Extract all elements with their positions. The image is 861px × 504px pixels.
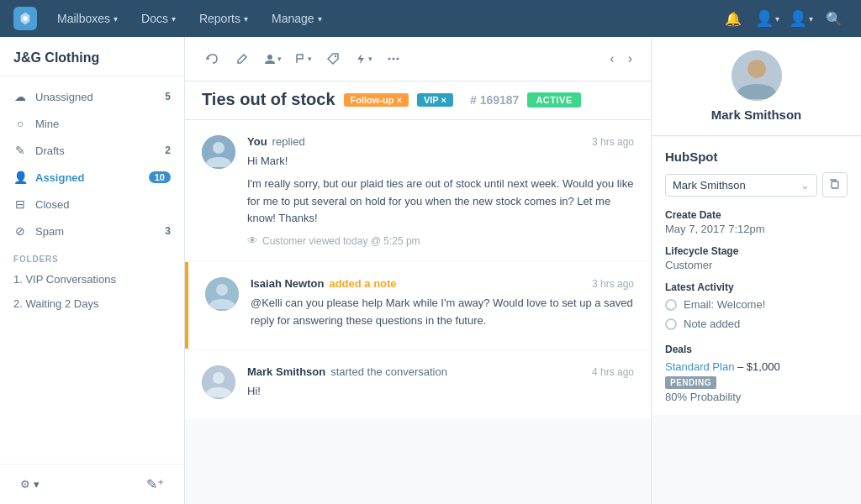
svg-point-8 xyxy=(213,142,224,154)
edit-button[interactable] xyxy=(229,45,256,72)
sidebar-nav: ☁ Unassigned 5 ○ Mine ✎ Drafts 2 👤 Assig… xyxy=(0,76,184,464)
chevron-down-icon: ▾ xyxy=(244,14,248,24)
svg-marker-3 xyxy=(357,54,364,64)
chevron-down-icon: ▾ xyxy=(114,14,118,24)
message-action: added a note xyxy=(329,277,396,290)
message-item-note: Isaiah Newton added a note 3 hrs ago @Ke… xyxy=(185,262,651,349)
sidebar-item-closed[interactable]: ⊟ Closed xyxy=(0,191,184,218)
message-header: You replied 3 hrs ago xyxy=(247,135,634,148)
avatar xyxy=(205,277,239,311)
message-content: Mark Smithson started the conversation 4… xyxy=(247,365,634,406)
sidebar-footer: ⚙ ▾ ✎⁺ xyxy=(0,464,184,504)
followup-tag[interactable]: Follow-up × xyxy=(344,93,409,107)
sidebar-item-drafts[interactable]: ✎ Drafts 2 xyxy=(0,137,184,164)
eye-icon: 👁 xyxy=(247,234,258,247)
vip-tag[interactable]: VIP × xyxy=(417,93,453,107)
deal-status-badge: PENDING xyxy=(665,376,716,389)
message-header: Mark Smithson started the conversation 4… xyxy=(247,365,634,378)
account-menu[interactable]: 👤▾ xyxy=(787,5,814,32)
flag-button[interactable]: ▾ xyxy=(289,45,316,72)
hubspot-contact-selector: Mark Smithson ⌄ xyxy=(665,172,848,197)
contact-select[interactable]: Mark Smithson ⌄ xyxy=(665,174,817,197)
tag-button[interactable] xyxy=(320,45,346,72)
nav-reports[interactable]: Reports ▾ xyxy=(189,7,258,30)
draft-icon: ✎ xyxy=(13,144,27,157)
compose-icon: ✎⁺ xyxy=(146,476,164,492)
nav-mailboxes[interactable]: Mailboxes ▾ xyxy=(47,7,128,30)
status-badge: ACTIVE xyxy=(527,92,580,108)
create-date-field: Create Date May 7, 2017 7:12pm xyxy=(665,209,848,235)
new-conversation-button[interactable]: ✎⁺ xyxy=(140,473,171,496)
deal-amount: – $1,000 xyxy=(737,360,780,373)
sidebar-item-unassigned[interactable]: ☁ Unassigned 5 xyxy=(0,83,184,110)
sidebar-item-assigned[interactable]: 👤 Assigned 10 xyxy=(0,164,184,191)
message-content: Isaiah Newton added a note 3 hrs ago @Ke… xyxy=(251,277,634,335)
notifications-icon[interactable]: 🔔 xyxy=(720,5,747,32)
activity-item: Email: Welcome! xyxy=(665,295,848,314)
svg-point-10 xyxy=(216,284,228,296)
deal-row: Standard Plan – $1,000 xyxy=(665,360,848,373)
right-panel: Mark Smithson HubSpot Mark Smithson ⌄ Cr… xyxy=(651,37,861,504)
svg-point-5 xyxy=(393,58,395,60)
chevron-down-icon: ▾ xyxy=(318,14,322,24)
settings-label: ▾ xyxy=(34,478,40,491)
message-body: Hi! xyxy=(247,383,634,401)
svg-point-4 xyxy=(388,58,391,60)
conversation-area: ▾ ▾ ▾ ‹ › Ties out of stock xyxy=(185,37,651,504)
toolbar-navigation: ‹ › xyxy=(605,48,637,70)
message-time: 3 hrs ago xyxy=(592,278,634,290)
svg-point-6 xyxy=(397,58,399,60)
contact-name: Mark Smithson xyxy=(665,108,848,122)
sidebar-item-mine[interactable]: ○ Mine xyxy=(0,110,184,137)
message-body: Hi Mark! I'm really sorry, but our plaid… xyxy=(247,153,634,228)
circle-icon xyxy=(665,299,677,311)
user-menu[interactable]: 👤▾ xyxy=(753,5,780,32)
lightning-button[interactable]: ▾ xyxy=(350,45,377,72)
undo-button[interactable] xyxy=(198,45,225,72)
sidebar: J&G Clothing ☁ Unassigned 5 ○ Mine ✎ Dra… xyxy=(0,37,185,504)
top-nav: Mailboxes ▾ Docs ▾ Reports ▾ Manage ▾ 🔔 … xyxy=(0,0,861,37)
message-action: started the conversation xyxy=(330,365,447,378)
message-time: 3 hrs ago xyxy=(592,136,634,148)
message-content: You replied 3 hrs ago Hi Mark! I'm reall… xyxy=(247,135,634,247)
nav-manage[interactable]: Manage ▾ xyxy=(261,7,332,30)
sidebar-folder-waiting[interactable]: 2. Waiting 2 Days xyxy=(0,291,184,316)
logo xyxy=(13,7,37,30)
assigned-icon: 👤 xyxy=(13,171,27,184)
deal-name-link[interactable]: Standard Plan xyxy=(665,360,734,373)
messages-list: You replied 3 hrs ago Hi Mark! I'm reall… xyxy=(185,120,651,504)
settings-button[interactable]: ⚙ ▾ xyxy=(13,475,46,494)
chevron-down-icon: ▾ xyxy=(172,14,176,24)
message-header: Isaiah Newton added a note 3 hrs ago xyxy=(251,277,634,290)
sidebar-item-spam[interactable]: ⊘ Spam 3 xyxy=(0,218,184,244)
inbox-icon: ☁ xyxy=(13,90,27,103)
activity-item: Note added xyxy=(665,314,848,333)
more-button[interactable] xyxy=(380,45,407,72)
message-body: @Kelli can you please help Mark while I'… xyxy=(251,295,634,330)
deals-label: Deals xyxy=(665,344,848,355)
search-icon[interactable]: 🔍 xyxy=(821,5,848,32)
spam-icon: ⊘ xyxy=(13,224,27,238)
assign-button[interactable]: ▾ xyxy=(259,45,286,72)
svg-point-12 xyxy=(213,372,224,384)
message-action: replied xyxy=(272,135,305,148)
message-viewed: 👁 Customer viewed today @ 5:25 pm xyxy=(247,234,634,247)
message-sender: Mark Smithson xyxy=(247,365,325,378)
message-item: You replied 3 hrs ago Hi Mark! I'm reall… xyxy=(185,120,651,260)
main-layout: J&G Clothing ☁ Unassigned 5 ○ Mine ✎ Dra… xyxy=(0,37,861,504)
conversation-subject: Ties out of stock xyxy=(202,90,335,109)
lifecycle-stage-field: Lifecycle Stage Customer xyxy=(665,245,848,271)
nav-docs[interactable]: Docs ▾ xyxy=(131,7,186,30)
latest-activity-field: Latest Activity Email: Welcome! Note add… xyxy=(665,281,848,333)
svg-rect-16 xyxy=(832,181,838,188)
prev-conversation-button[interactable]: ‹ xyxy=(605,48,619,70)
conversation-toolbar: ▾ ▾ ▾ ‹ › xyxy=(185,37,651,81)
person-icon: ○ xyxy=(13,117,27,130)
sidebar-folder-vip[interactable]: 1. VIP Conversations xyxy=(0,267,184,291)
deal-probability: 80% Probability xyxy=(665,391,848,403)
nav-right-icons: 🔔 👤▾ 👤▾ 🔍 xyxy=(720,5,848,32)
copy-to-hubspot-button[interactable] xyxy=(822,172,848,197)
deals-section: Deals Standard Plan – $1,000 PENDING 80%… xyxy=(665,344,848,403)
svg-point-0 xyxy=(23,16,27,20)
next-conversation-button[interactable]: › xyxy=(623,48,637,70)
